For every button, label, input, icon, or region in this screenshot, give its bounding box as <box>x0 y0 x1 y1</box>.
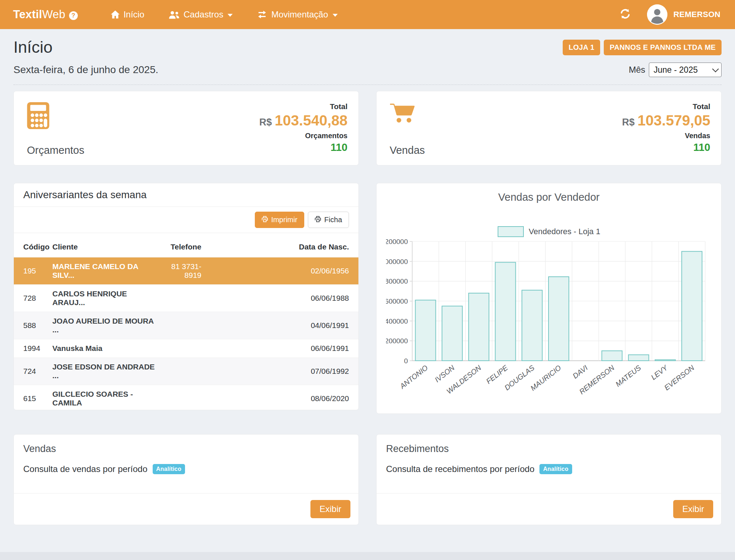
store-button[interactable]: LOJA 1 <box>563 40 600 55</box>
exibir-vendas-button[interactable]: Exibir <box>310 500 350 518</box>
brand[interactable]: TextilWeb ? <box>13 8 78 21</box>
chevron-down-icon <box>333 14 338 17</box>
cell-phone <box>158 312 201 339</box>
chevron-down-icon <box>228 14 233 17</box>
x-tick-label: LEVY <box>650 363 670 381</box>
printer-icon <box>262 216 268 224</box>
table-row[interactable]: 615GILCLECIO SOARES - CAMILA08/06/2020 <box>14 385 358 411</box>
analitico-badge: Analítico <box>153 464 185 474</box>
total-value: R$103.579,05 <box>622 112 710 129</box>
nav-item-inicio[interactable]: Início <box>111 9 144 20</box>
month-label: Mês <box>629 65 645 75</box>
cell-client: JOSE EDSON DE ANDRADE ... <box>52 358 158 385</box>
sales-chart: 020000040000060000080000010000001200000A… <box>386 233 712 407</box>
table-row[interactable]: 195MARLENE CAMELO DA SILV...81 3731-8919… <box>14 257 358 285</box>
x-tick-label: DAVI <box>571 364 589 380</box>
chart-bar-levy <box>655 360 675 361</box>
cell-date: 02/06/1956 <box>201 257 358 285</box>
chart-bar-remerson <box>602 351 622 361</box>
y-tick-label: 1200000 <box>386 238 408 245</box>
summary-label: Vendas <box>390 144 425 156</box>
recebimentos-report-title: Recebimentos <box>377 435 721 455</box>
chart-title: Vendas por Vendedor <box>377 191 721 203</box>
exchange-arrows-icon <box>257 10 268 19</box>
cell-date: 08/06/2020 <box>201 385 358 411</box>
total-label: Total <box>622 102 710 111</box>
count-value: 110 <box>622 141 710 153</box>
print-button[interactable]: Imprimir <box>255 212 304 228</box>
recebimentos-report-description: Consulta de recebimentos por período <box>386 464 534 474</box>
cell-client: MARLENE CAMELO DA SILV... <box>52 257 158 285</box>
table-row[interactable]: 724JOSE EDSON DE ANDRADE ...07/06/1992 <box>14 358 358 385</box>
brand-logo: TextilWeb <box>13 8 65 21</box>
column-header-cliente: Cliente <box>52 233 158 257</box>
cell-date: 04/06/1991 <box>201 312 358 339</box>
page: TextilWeb ? Início Cadastros <box>0 0 735 560</box>
cell-code: 588 <box>14 312 52 339</box>
user-menu[interactable]: REMERSON <box>647 4 720 25</box>
content: Início LOJA 1 PANNOS E PANNOS LTDA ME Se… <box>0 38 735 525</box>
calculator-icon <box>27 102 84 131</box>
current-date: Sexta-feira, 6 de junho de 2025. <box>13 64 158 76</box>
birthdays-table: Código Cliente Telefone Data de Nasc. 19… <box>14 233 358 410</box>
total-label: Total <box>259 102 348 111</box>
navbar-right: REMERSON <box>619 4 720 25</box>
y-tick-label: 600000 <box>386 297 408 305</box>
birthdays-table-body: 195MARLENE CAMELO DA SILV...81 3731-8919… <box>14 257 358 411</box>
sales-chart-card: Vendas por Vendedor Vendedores - Loja 1 … <box>376 183 722 414</box>
chart-bar-felipe <box>495 262 515 361</box>
ficha-button[interactable]: Ficha <box>308 212 349 228</box>
vendas-card: Vendas Total R$103.579,05 Vendas 110 <box>376 91 722 165</box>
y-tick-label: 0 <box>404 357 408 365</box>
nav-item-label: Movimentação <box>271 9 328 20</box>
chevron-down-icon <box>712 65 719 72</box>
cell-phone <box>158 339 201 358</box>
cell-phone <box>158 285 201 312</box>
company-button[interactable]: PANNOS E PANNOS LTDA ME <box>604 40 722 55</box>
home-icon <box>111 10 120 19</box>
column-header-codigo: Código <box>14 233 52 257</box>
analitico-badge: Analítico <box>539 464 572 474</box>
page-title: Início <box>13 38 53 57</box>
month-select[interactable]: June - 2025 <box>649 63 722 77</box>
nav-item-movimentacao[interactable]: Movimentação <box>257 9 337 20</box>
x-tick-label: EVERSON <box>663 363 696 392</box>
nav-item-cadastros[interactable]: Cadastros <box>168 9 233 20</box>
x-tick-label: IVSON <box>433 363 456 384</box>
table-row[interactable]: 728CARLOS HENRIQUE ARAUJ...06/06/1988 <box>14 285 358 312</box>
nav-item-label: Cadastros <box>184 9 223 20</box>
vendas-report-card: Vendas Consulta de vendas por período An… <box>13 434 359 525</box>
users-icon <box>168 10 180 19</box>
table-row[interactable]: 1994Vanuska Maia06/06/1991 <box>14 339 358 358</box>
cell-client: JOAO AURELIO DE MOURA ... <box>52 312 158 339</box>
cell-phone: 81 3731-8919 <box>158 257 201 285</box>
birthdays-title: Aniversariantes da semana <box>23 189 349 201</box>
x-tick-label: ANTONIO <box>398 364 429 391</box>
cell-date: 06/06/1991 <box>201 339 358 358</box>
count-value: 110 <box>259 141 348 153</box>
chart-bar-antonio <box>415 300 436 361</box>
exibir-recebimentos-button[interactable]: Exibir <box>673 500 713 518</box>
cart-icon <box>390 102 425 125</box>
cell-code: 728 <box>14 285 52 312</box>
help-icon[interactable]: ? <box>69 11 78 20</box>
total-value: R$103.540,88 <box>259 112 348 129</box>
summary-label: Orçamentos <box>27 144 84 156</box>
column-header-telefone: Telefone <box>158 233 201 257</box>
cell-client: GILCLECIO SOARES - CAMILA <box>52 385 158 411</box>
count-label: Orçamentos <box>259 132 348 140</box>
x-tick-label: FELIPE <box>485 363 509 385</box>
cell-code: 615 <box>14 385 52 411</box>
cell-client: CARLOS HENRIQUE ARAUJ... <box>52 285 158 312</box>
birthdays-card: Aniversariantes da semana Imprimir Ficha <box>13 183 359 410</box>
refresh-icon[interactable] <box>619 8 631 21</box>
avatar <box>647 4 667 25</box>
nav-item-label: Início <box>124 9 144 20</box>
chart-bar-ivson <box>442 306 462 361</box>
printer-icon <box>315 216 321 224</box>
nav-items: Início Cadastros Movimentação <box>111 9 338 20</box>
cell-code: 724 <box>14 358 52 385</box>
orcamentos-card: Orçamentos Total R$103.540,88 Orçamentos… <box>13 91 359 165</box>
table-row[interactable]: 588JOAO AURELIO DE MOURA ...04/06/1991 <box>14 312 358 339</box>
column-header-data: Data de Nasc. <box>201 233 358 257</box>
